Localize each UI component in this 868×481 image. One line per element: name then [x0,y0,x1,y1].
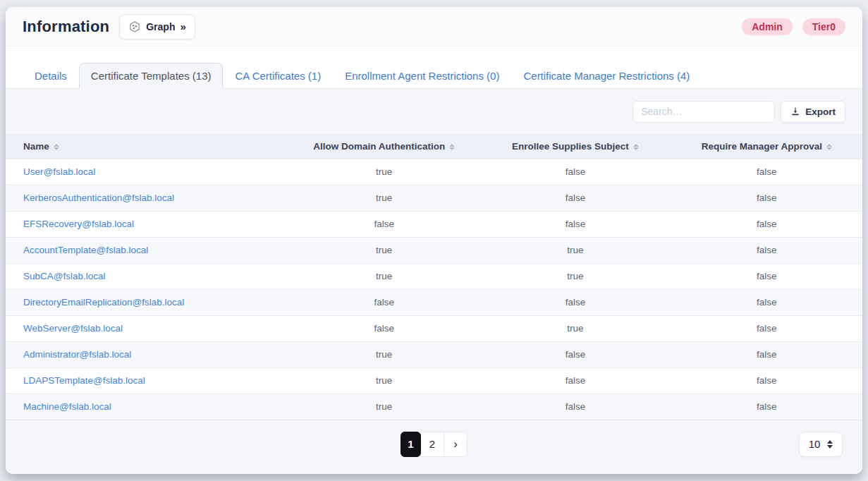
template-name-cell: AccountTemplate@fslab.local [6,237,288,263]
table-row: AccountTemplate@fslab.localtruetruefalse [6,237,862,263]
table-header-row: Name Allow Domain Authentication Enrolle… [6,134,862,159]
pagination: 1 2 › [401,432,467,457]
allow-domain-auth-value: true [288,237,479,263]
template-link[interactable]: LDAPSTemplate@fslab.local [23,375,145,386]
certificate-templates-table: Name Allow Domain Authentication Enrolle… [6,134,862,420]
allow-domain-auth-value: false [288,289,479,315]
enrollee-supplies-subject-value: false [479,185,671,211]
sort-icon [633,143,639,151]
table-row: Administrator@fslab.localtruefalsefalse [6,341,862,367]
template-name-cell: SubCA@fslab.local [6,263,288,289]
enrollee-supplies-subject-value: false [479,159,671,185]
enrollee-supplies-subject-value: false [479,394,671,420]
require-manager-approval-value: false [671,394,862,420]
template-link[interactable]: DirectoryEmailReplication@fslab.local [23,297,184,308]
allow-domain-auth-value: true [288,159,479,185]
template-name-cell: KerberosAuthentication@fslab.local [6,185,288,211]
chevron-right-icon: › [453,438,458,450]
double-chevron-right-icon: » [180,20,185,32]
next-page-button[interactable]: › [444,432,467,457]
tab-enrollment-agent-restrictions[interactable]: Enrollment Agent Restrictions (0) [333,63,511,88]
admin-badge: Admin [742,18,793,35]
tab-content-panel: Export Name Allow Domain Authentication … [6,89,862,474]
table-toolbar: Export [6,89,862,134]
allow-domain-auth-value: false [288,315,479,341]
tab-details[interactable]: Details [23,63,79,88]
sort-icon [449,143,455,151]
page-size-value: 10 [809,438,821,450]
require-manager-approval-value: false [671,315,862,341]
search-input[interactable] [632,101,775,123]
pagination-row: 1 2 › 10 [6,420,862,475]
allow-domain-auth-value: false [288,211,479,237]
column-header-name[interactable]: Name [6,134,288,159]
table-row: EFSRecovery@fslab.localfalsefalsefalse [6,211,862,237]
template-name-cell: WebServer@fslab.local [6,315,288,341]
column-header-enrollee-supplies-subject[interactable]: Enrollee Supplies Subject [479,134,671,159]
page-1-button[interactable]: 1 [401,432,421,457]
require-manager-approval-value: false [671,367,862,394]
template-link[interactable]: Administrator@fslab.local [23,349,131,360]
enrollee-supplies-subject-value: false [479,367,671,394]
template-link[interactable]: SubCA@fslab.local [23,271,106,281]
template-name-cell: DirectoryEmailReplication@fslab.local [6,289,288,315]
enrollee-supplies-subject-value: true [479,315,671,341]
table-row: LDAPSTemplate@fslab.localtruefalsefalse [6,367,862,394]
template-name-cell: LDAPSTemplate@fslab.local [6,367,288,394]
sort-icon [54,143,59,151]
template-name-cell: User@fslab.local [6,159,288,185]
tier0-badge: Tier0 [802,18,845,35]
export-button[interactable]: Export [781,101,845,123]
require-manager-approval-value: false [671,341,862,367]
template-link[interactable]: EFSRecovery@fslab.local [23,219,134,229]
tab-certificate-manager-restrictions[interactable]: Certificate Manager Restrictions (4) [511,63,702,88]
table-row: DirectoryEmailReplication@fslab.localfal… [6,289,862,315]
allow-domain-auth-value: true [288,367,479,394]
download-icon [790,106,800,116]
template-link[interactable]: WebServer@fslab.local [23,323,123,334]
enrollee-supplies-subject-value: true [479,263,671,289]
template-link[interactable]: AccountTemplate@fslab.local [23,245,148,255]
tab-certificate-templates[interactable]: Certificate Templates (13) [79,63,224,89]
tab-bar: Details Certificate Templates (13) CA Ce… [6,47,862,89]
require-manager-approval-value: false [671,211,862,237]
enrollee-supplies-subject-value: false [479,289,671,315]
allow-domain-auth-value: true [288,185,479,211]
card-header: Information Graph » Admin Tier0 [6,7,862,47]
table-row: User@fslab.localtruefalsefalse [6,159,862,185]
table-row: SubCA@fslab.localtruetruefalse [6,263,862,289]
require-manager-approval-value: false [671,289,862,315]
graph-button-label: Graph [146,21,175,32]
sort-icon [826,143,832,151]
graph-icon [128,20,141,33]
export-button-label: Export [805,106,836,117]
table-row: KerberosAuthentication@fslab.localtruefa… [6,185,862,211]
tab-ca-certificates[interactable]: CA Certificates (1) [223,63,333,88]
table-row: WebServer@fslab.localfalsetruefalse [6,315,862,341]
require-manager-approval-value: false [671,263,862,289]
require-manager-approval-value: false [671,159,862,185]
graph-button[interactable]: Graph » [119,14,195,39]
template-name-cell: Administrator@fslab.local [6,341,288,367]
enrollee-supplies-subject-value: false [479,341,671,367]
allow-domain-auth-value: true [288,263,479,289]
table-row: Machine@fslab.localtruefalsefalse [6,394,862,420]
require-manager-approval-value: false [671,237,862,263]
template-link[interactable]: Machine@fslab.local [23,401,111,412]
allow-domain-auth-value: true [288,394,479,420]
column-header-allow-domain-authentication[interactable]: Allow Domain Authentication [288,134,479,159]
page-size-select[interactable]: 10 [799,432,843,457]
require-manager-approval-value: false [671,185,862,211]
template-name-cell: Machine@fslab.local [6,394,288,420]
page-title: Information [23,18,109,36]
template-link[interactable]: KerberosAuthentication@fslab.local [23,193,174,203]
template-name-cell: EFSRecovery@fslab.local [6,211,288,237]
page-2-button[interactable]: 2 [420,432,444,457]
template-link[interactable]: User@fslab.local [23,166,95,177]
column-header-require-manager-approval[interactable]: Require Manager Approval [671,134,862,159]
enrollee-supplies-subject-value: true [479,237,671,263]
allow-domain-auth-value: true [288,341,479,367]
select-arrows-icon [827,440,833,449]
information-card: Information Graph » Admin Tier0 Details … [6,7,862,474]
enrollee-supplies-subject-value: false [479,211,671,237]
